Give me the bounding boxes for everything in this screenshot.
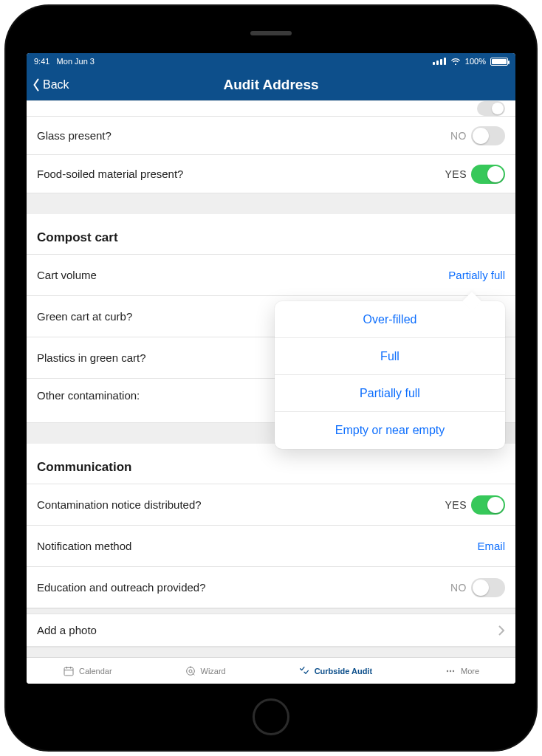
toggle-food-soiled[interactable] [471, 165, 505, 184]
toggle-value-label: YES [445, 168, 467, 180]
calendar-icon [63, 665, 75, 677]
row-label: Green cart at curb? [37, 310, 132, 323]
svg-point-5 [189, 670, 192, 673]
tab-calendar[interactable]: Calendar [63, 665, 112, 677]
status-bar: 9:41 Mon Jun 3 100% [27, 53, 515, 69]
svg-rect-0 [64, 667, 73, 676]
row-food-soiled: Food-soiled material present? YES [27, 155, 515, 193]
target-icon [185, 665, 196, 677]
row-label: Glass present? [37, 129, 112, 142]
row-contamination-notice: Contamination notice distributed? YES [27, 484, 515, 526]
tab-bar: Calendar Wizard Curbside Audit More [27, 657, 515, 684]
toggle-glass-present[interactable] [471, 126, 505, 145]
row-label: Cart volume [37, 269, 97, 281]
row-value: Partially full [448, 269, 505, 281]
section-header-communication: Communication [27, 444, 515, 484]
toggle-education-outreach[interactable] [471, 578, 505, 597]
home-button[interactable] [253, 698, 289, 735]
option-empty[interactable]: Empty or near empty [275, 412, 505, 449]
chevron-right-icon [498, 625, 505, 636]
tab-label: Wizard [201, 667, 226, 676]
checklist-icon [298, 665, 310, 677]
row-education-outreach: Education and outreach provided? NO [27, 567, 515, 608]
section-header-compost: Compost cart [27, 214, 515, 255]
toggle-value-label: NO [450, 130, 467, 142]
battery-icon [490, 58, 508, 66]
row-label: Other contamination: [37, 389, 140, 402]
tab-label: More [461, 667, 479, 676]
row-add-photo[interactable]: Add a photo [27, 614, 515, 647]
tab-label: Curbside Audit [315, 667, 372, 676]
status-date: Mon Jun 3 [57, 57, 95, 66]
toggle-value-label: YES [445, 499, 467, 511]
nav-bar: Back Audit Address [27, 69, 515, 100]
form-content: Glass present? NO Food-soiled material p… [27, 100, 515, 657]
status-time: 9:41 [34, 57, 49, 66]
option-partially-full[interactable]: Partially full [275, 375, 505, 412]
row-cart-volume[interactable]: Cart volume Partially full [27, 255, 515, 296]
tab-wizard[interactable]: Wizard [185, 665, 226, 677]
wifi-icon [450, 58, 461, 65]
row-partial-top [27, 100, 515, 117]
tab-more[interactable]: More [445, 665, 479, 677]
row-label: Contamination notice distributed? [37, 498, 202, 511]
row-label: Notification method [37, 540, 131, 552]
page-title: Audit Address [27, 77, 515, 93]
screen: 9:41 Mon Jun 3 100% Back [27, 53, 515, 684]
status-time-date: 9:41 Mon Jun 3 [34, 57, 95, 66]
toggle-partial[interactable] [477, 101, 505, 116]
more-icon [445, 665, 456, 677]
row-label: Education and outreach provided? [37, 581, 206, 594]
row-label: Add a photo [37, 624, 97, 636]
tab-curbside-audit[interactable]: Curbside Audit [298, 665, 372, 677]
row-label: Plastics in green cart? [37, 351, 146, 364]
row-notification-method[interactable]: Notification method Email [27, 526, 515, 567]
svg-point-8 [447, 670, 448, 671]
back-button[interactable]: Back [27, 78, 69, 92]
tablet-frame: 9:41 Mon Jun 3 100% Back [6, 6, 536, 750]
cart-volume-popover: Over-filled Full Partially full Empty or… [275, 301, 505, 449]
toggle-value-label: NO [450, 582, 467, 594]
row-value: Email [477, 540, 505, 552]
row-glass-present: Glass present? NO [27, 117, 515, 155]
option-full[interactable]: Full [275, 338, 505, 375]
chevron-left-icon [31, 78, 41, 92]
toggle-contamination-notice[interactable] [471, 495, 505, 515]
speaker-slot [250, 31, 292, 35]
signal-bars-icon [433, 58, 446, 65]
svg-point-9 [450, 670, 451, 671]
battery-percent: 100% [465, 57, 486, 66]
back-label: Back [43, 78, 69, 92]
svg-point-10 [453, 670, 454, 671]
tab-label: Calendar [79, 667, 112, 676]
row-label: Food-soiled material present? [37, 168, 183, 180]
